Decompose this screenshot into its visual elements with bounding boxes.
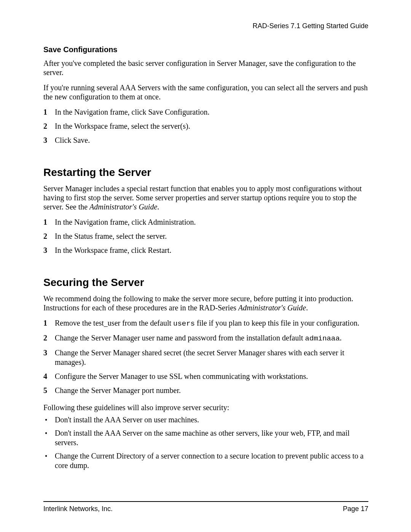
list-number: 1: [43, 107, 55, 117]
document-header: RAD-Series 7.1 Getting Started Guide: [43, 22, 368, 30]
heading-restarting-server: Restarting the Server: [43, 166, 368, 179]
text-italic: Administrator's Guide: [89, 203, 157, 211]
list-text: In the Navigation frame, click Save Conf…: [55, 107, 368, 117]
text-run: file if you plan to keep this file in yo…: [195, 319, 359, 327]
paragraph: Following these guidelines will also imp…: [43, 403, 368, 412]
list-number: 2: [43, 333, 55, 343]
list-number: 1: [43, 217, 55, 227]
bullet-icon: [43, 415, 55, 425]
list-number: 3: [43, 348, 55, 367]
ordered-list: 1 Remove the test_user from the default …: [43, 318, 368, 400]
heading-securing-server: Securing the Server: [43, 276, 368, 289]
paragraph: Server Manager includes a special restar…: [43, 184, 368, 211]
list-text: In the Status frame, select the server.: [55, 232, 368, 241]
text-italic: Administrator's Guide: [238, 304, 306, 312]
list-item: 2 In the Status frame, select the server…: [43, 232, 368, 241]
bullet-icon: [43, 451, 55, 470]
list-text: In the Navigation frame, click Administr…: [55, 217, 368, 227]
list-text: Change the Current Directory of a server…: [55, 451, 368, 470]
list-item: Change the Current Directory of a server…: [43, 451, 368, 470]
list-item: 1 In the Navigation frame, click Adminis…: [43, 217, 368, 227]
list-number: 1: [43, 318, 55, 329]
page-content: RAD-Series 7.1 Getting Started Guide Sav…: [0, 0, 411, 532]
list-text: Don't install the AAA Server on user mac…: [55, 415, 368, 425]
list-text: Change the Server Manager shared secret …: [55, 348, 368, 367]
list-number: 2: [43, 121, 55, 131]
ordered-list: 1 In the Navigation frame, click Save Co…: [43, 107, 368, 150]
list-item: 3 Click Save.: [43, 136, 368, 145]
footer-area: Interlink Networks, Inc. Page 17: [43, 501, 368, 532]
list-number: 4: [43, 372, 55, 381]
text-run: .: [340, 334, 342, 342]
footer-left: Interlink Networks, Inc.: [43, 505, 113, 513]
list-number: 3: [43, 246, 55, 255]
list-item: 3 In the Workspace frame, click Restart.: [43, 246, 368, 255]
paragraph: After you've completed the basic server …: [43, 59, 368, 77]
list-text: Change the Server Manager port number.: [55, 386, 368, 395]
list-item: Don't install the AAA Server on user mac…: [43, 415, 368, 425]
list-text: Don't install the AAA Server on the same…: [55, 428, 368, 447]
list-number: 5: [43, 386, 55, 395]
text-mono: adminaaa: [305, 334, 340, 343]
bulleted-list: Don't install the AAA Server on user mac…: [43, 415, 368, 474]
paragraph: If you're running several AAA Servers wi…: [43, 83, 368, 101]
list-item: 1 In the Navigation frame, click Save Co…: [43, 107, 368, 117]
text-run: Change the Server Manager user name and …: [55, 334, 305, 342]
text-run: .: [157, 203, 159, 211]
text-run: Remove the test_user from the default: [55, 319, 173, 327]
list-item: 4 Configure the Server Manager to use SS…: [43, 372, 368, 381]
footer-right: Page 17: [343, 505, 368, 513]
list-item: Don't install the AAA Server on the same…: [43, 428, 368, 447]
list-item: 2 In the Workspace frame, select the ser…: [43, 121, 368, 131]
list-number: 2: [43, 232, 55, 241]
list-text: In the Workspace frame, select the serve…: [55, 121, 368, 131]
bullet-icon: [43, 428, 55, 447]
ordered-list: 1 In the Navigation frame, click Adminis…: [43, 217, 368, 260]
list-text: Click Save.: [55, 136, 368, 145]
list-text: Change the Server Manager user name and …: [55, 333, 368, 343]
list-text: In the Workspace frame, click Restart.: [55, 246, 368, 255]
heading-save-configurations: Save Configurations: [43, 45, 368, 54]
list-item: 5 Change the Server Manager port number.: [43, 386, 368, 395]
paragraph: We recommend doing the following to make…: [43, 294, 368, 312]
list-text: Remove the test_user from the default us…: [55, 318, 368, 329]
list-text: Configure the Server Manager to use SSL …: [55, 372, 368, 381]
list-item: 3 Change the Server Manager shared secre…: [43, 348, 368, 367]
footer: Interlink Networks, Inc. Page 17: [43, 505, 368, 513]
text-run: .: [306, 304, 308, 312]
footer-rule: [43, 501, 368, 502]
text-mono: users: [173, 320, 195, 328]
list-item: 1 Remove the test_user from the default …: [43, 318, 368, 329]
list-item: 2 Change the Server Manager user name an…: [43, 333, 368, 343]
list-number: 3: [43, 136, 55, 145]
